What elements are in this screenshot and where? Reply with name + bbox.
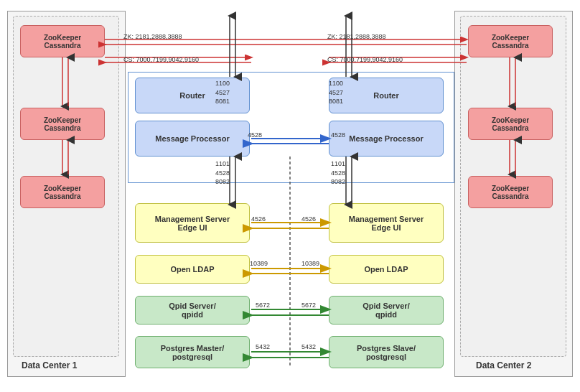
main-diagram: Data Center 1 Data Center 2 ZooKeeper Ca… <box>0 0 580 392</box>
ldap-2: Open LDAP <box>329 255 444 284</box>
ldap-port-right: 10389 <box>301 260 319 267</box>
mgmt-server-2: Management Server Edge UI <box>329 203 444 243</box>
msg-proc-1: Message Processor <box>135 121 250 157</box>
zk-box-1a: ZooKeeper Cassandra <box>20 25 105 57</box>
dc1-label: Data Center 1 <box>22 360 77 370</box>
qpid-port-left: 5672 <box>256 302 270 309</box>
qpid-1: Qpid Server/ qpidd <box>135 296 250 325</box>
ldap-port-left: 10389 <box>250 260 268 267</box>
zk-box-2a: ZooKeeper Cassandra <box>468 25 553 57</box>
postgres-2: Postgres Slave/ postgresql <box>329 336 444 368</box>
msg-port-top-right: 4528 <box>331 131 345 139</box>
postgres-port-left: 5432 <box>256 343 270 350</box>
router-port-right: 1100 4527 8081 <box>329 79 343 106</box>
zk-box-2b: ZooKeeper Cassandra <box>468 108 553 140</box>
router-2: Router <box>329 78 444 113</box>
zk-port-label-right: ZK: 2181,2888,3888 <box>327 33 386 40</box>
mgmt-port-left: 4526 <box>251 215 266 223</box>
msg-port-top-left: 4528 <box>248 131 262 139</box>
zk-box-2c: ZooKeeper Cassandra <box>468 176 553 208</box>
mgmt-server-1: Management Server Edge UI <box>135 203 250 243</box>
zk-box-1b: ZooKeeper Cassandra <box>20 108 105 140</box>
qpid-2: Qpid Server/ qpidd <box>329 296 444 325</box>
qpid-port-right: 5672 <box>301 302 316 309</box>
mgmt-port-right: 4526 <box>301 215 316 223</box>
postgres-port-right: 5432 <box>301 343 316 350</box>
msg-port-bottom-left: 1101 4528 8082 <box>215 159 230 187</box>
postgres-1: Postgres Master/ postgresql <box>135 336 250 368</box>
zk-port-label-left: ZK: 2181,2888,3888 <box>123 33 182 40</box>
zk-box-1c: ZooKeeper Cassandra <box>20 176 105 208</box>
cs-port-label-left: CS: 7000,7199,9042,9160 <box>123 56 199 63</box>
ldap-1: Open LDAP <box>135 255 250 284</box>
msg-port-bottom-right: 1101 4528 8082 <box>331 159 345 187</box>
msg-proc-2: Message Processor <box>329 121 444 157</box>
router-1: Router <box>135 78 250 113</box>
router-port-left: 1100 4527 8081 <box>215 79 230 106</box>
dc2-label: Data Center 2 <box>476 360 531 370</box>
cs-port-label-right: CS: 7000,7199,9042,9160 <box>327 56 403 63</box>
